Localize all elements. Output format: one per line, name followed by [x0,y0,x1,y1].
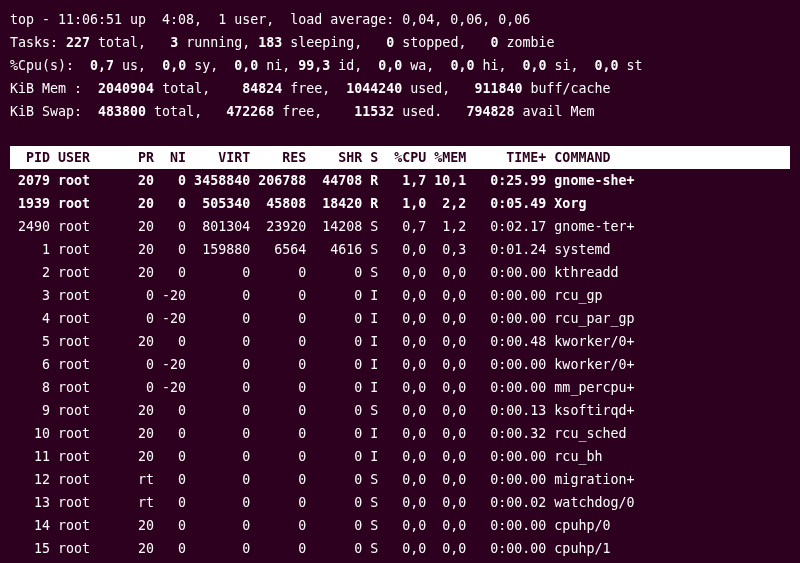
process-row[interactable]: 6 root 0 -20 0 0 0 I 0,0 0,0 0:00.00 kwo… [10,353,790,376]
label: buff/cache [530,81,610,96]
process-row[interactable]: 10 root 20 0 0 0 0 I 0,0 0,0 0:00.32 rcu… [10,422,790,445]
process-row[interactable]: 2 root 20 0 0 0 0 S 0,0 0,0 0:00.00 kthr… [10,261,790,284]
tasks-total: 227 [66,35,98,50]
label: running, [186,35,258,50]
label: sleeping, [290,35,386,50]
process-row[interactable]: 9 root 20 0 0 0 0 S 0,0 0,0 0:00.13 ksof… [10,399,790,422]
label: free, [290,81,346,96]
label: us, [122,58,162,73]
process-row[interactable]: 4 root 0 -20 0 0 0 I 0,0 0,0 0:00.00 rcu… [10,307,790,330]
process-row[interactable]: 8 root 0 -20 0 0 0 I 0,0 0,0 0:00.00 mm_… [10,376,790,399]
cpu-st: 0,0 [595,58,627,73]
cpu-us: 0,7 [90,58,122,73]
process-list[interactable]: 2079 root 20 0 3458840 206788 44708 R 1,… [10,169,790,563]
label: sy, [194,58,234,73]
blank-line [10,123,790,146]
label: total, [162,81,234,96]
label: free, [282,104,354,119]
process-row[interactable]: 14 root 20 0 0 0 0 S 0,0 0,0 0:00.00 cpu… [10,514,790,537]
label: st [627,58,643,73]
process-row[interactable]: 1 root 20 0 159880 6564 4616 S 0,0 0,3 0… [10,238,790,261]
label: hi, [482,58,522,73]
summary-line-tasks: Tasks: 227 total, 3 running, 183 sleepin… [10,31,790,54]
avail-mem: 794828 [466,104,522,119]
process-row[interactable]: 12 root rt 0 0 0 0 S 0,0 0,0 0:00.00 mig… [10,468,790,491]
process-row[interactable]: 2490 root 20 0 801304 23920 14208 S 0,7 … [10,215,790,238]
mem-used: 1044240 [346,81,410,96]
cpu-id: 99,3 [298,58,338,73]
process-row[interactable]: 13 root rt 0 0 0 0 S 0,0 0,0 0:00.02 wat… [10,491,790,514]
label: KiB Mem : [10,81,90,96]
top-terminal[interactable]: top - 11:06:51 up 4:08, 1 user, load ave… [10,8,790,563]
cpu-sy: 0,0 [162,58,194,73]
label: total, [98,35,170,50]
mem-free: 84824 [234,81,290,96]
label: %Cpu(s): [10,58,90,73]
cpu-wa: 0,0 [378,58,410,73]
process-row[interactable]: 2079 root 20 0 3458840 206788 44708 R 1,… [10,169,790,192]
swap-total: 483800 [98,104,154,119]
label: Tasks: [10,35,66,50]
process-row[interactable]: 15 root 20 0 0 0 0 S 0,0 0,0 0:00.00 cpu… [10,537,790,560]
label: used, [410,81,474,96]
label: used. [402,104,466,119]
process-row[interactable]: 3 root 0 -20 0 0 0 I 0,0 0,0 0:00.00 rcu… [10,284,790,307]
summary-line-swap: KiB Swap: 483800 total, 472268 free, 115… [10,100,790,123]
process-row[interactable]: 11 root 20 0 0 0 0 I 0,0 0,0 0:00.00 rcu… [10,445,790,468]
label: KiB Swap: [10,104,98,119]
mem-buffcache: 911840 [474,81,530,96]
process-row[interactable]: 1939 root 20 0 505340 45808 18420 R 1,0 … [10,192,790,215]
summary-line-mem: KiB Mem : 2040904 total, 84824 free, 104… [10,77,790,100]
process-row[interactable]: 5 root 20 0 0 0 0 I 0,0 0,0 0:00.48 kwor… [10,330,790,353]
label: total, [154,104,226,119]
label: id, [338,58,378,73]
tasks-running: 3 [170,35,186,50]
summary-line-cpu: %Cpu(s): 0,7 us, 0,0 sy, 0,0 ni, 99,3 id… [10,54,790,77]
swap-free: 472268 [226,104,282,119]
mem-total: 2040904 [90,81,162,96]
tasks-zombie: 0 [490,35,506,50]
label: wa, [410,58,450,73]
summary-line-uptime: top - 11:06:51 up 4:08, 1 user, load ave… [10,8,790,31]
cpu-si: 0,0 [522,58,554,73]
label: zombie [506,35,554,50]
label: avail Mem [522,104,594,119]
cpu-ni: 0,0 [234,58,266,73]
label: si, [554,58,594,73]
tasks-sleeping: 183 [258,35,290,50]
label: stopped, [402,35,490,50]
process-table-header[interactable]: PID USER PR NI VIRT RES SHR S %CPU %MEM … [10,146,790,169]
cpu-hi: 0,0 [450,58,482,73]
tasks-stopped: 0 [386,35,402,50]
swap-used: 11532 [354,104,402,119]
label: ni, [266,58,298,73]
